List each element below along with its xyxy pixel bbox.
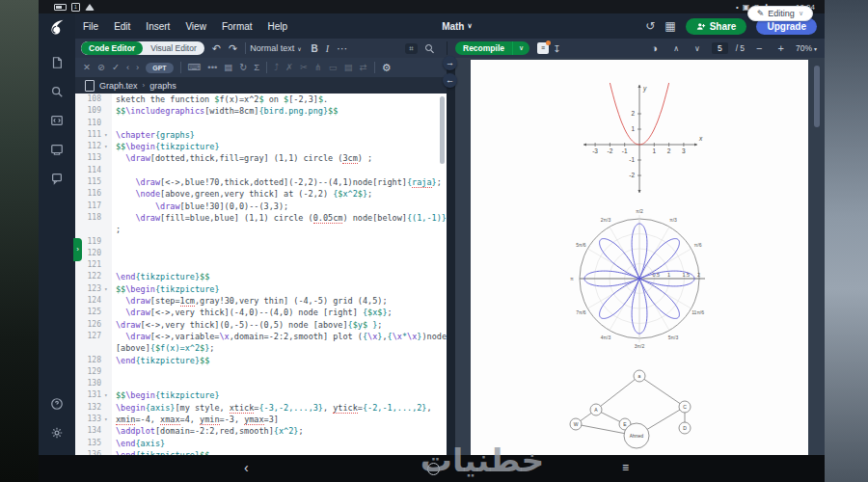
fold-arrow-icon[interactable]: ▾ bbox=[104, 141, 112, 152]
more-options-button[interactable]: ⋯ bbox=[337, 42, 347, 55]
search-icon[interactable] bbox=[425, 44, 433, 52]
check-icon[interactable]: ✓ bbox=[112, 63, 120, 72]
code-line[interactable]: 126\draw[<->,very thick](0,-5)--(0,5) no… bbox=[75, 319, 447, 331]
code-line[interactable]: 113 \draw[dotted,thick,fill=gray] (1,1) … bbox=[75, 152, 447, 164]
pdf-scrollbar[interactable] bbox=[814, 66, 820, 127]
breadcrumb-section[interactable]: graphs bbox=[149, 81, 176, 91]
recents-button[interactable]: ≡ bbox=[622, 461, 629, 474]
menu-edit[interactable]: Edit bbox=[114, 21, 130, 32]
recompile-button[interactable]: Recompile ∨ bbox=[455, 41, 529, 55]
clipboard-icon[interactable]: ▭ bbox=[329, 63, 338, 72]
document-icon[interactable]: ▤ bbox=[224, 63, 232, 72]
fold-arrow-icon[interactable]: ▾ bbox=[104, 389, 112, 401]
code-editor[interactable]: 108sketch the function $f(x)=x^2$ on $[-… bbox=[75, 94, 447, 455]
swap-icon[interactable]: ⇄ bbox=[360, 63, 367, 72]
menu-format[interactable]: Format bbox=[222, 21, 253, 32]
fold-arrow-icon[interactable]: ▾ bbox=[104, 129, 112, 141]
history-icon[interactable]: ↺ bbox=[645, 19, 655, 33]
symbol-palette-icon[interactable]: ⌗ bbox=[405, 43, 418, 54]
paragraph-style-dropdown[interactable]: Normal text ∨ bbox=[250, 43, 301, 53]
page-down-icon[interactable]: ∨ bbox=[694, 44, 700, 53]
share-button[interactable]: Share bbox=[686, 18, 747, 35]
sigma-icon[interactable]: Σ bbox=[254, 63, 259, 72]
editor-scrollbar[interactable] bbox=[440, 96, 445, 164]
menu-file[interactable]: File bbox=[83, 21, 98, 32]
search-icon[interactable] bbox=[47, 82, 67, 101]
page-number-input[interactable]: 5 bbox=[712, 42, 728, 54]
expand-left-button[interactable]: ← bbox=[443, 73, 457, 88]
code-line[interactable]: 110 bbox=[75, 118, 447, 129]
download-pdf-icon[interactable]: ↧ bbox=[553, 43, 560, 54]
strike-icon[interactable]: ✗ bbox=[285, 63, 293, 72]
code-line[interactable]: 133▾xmin=-4, xmax=4, ymin=-3, ymax=3] bbox=[75, 414, 447, 425]
code-line[interactable]: 111▾\chapter{graphs} bbox=[75, 129, 447, 141]
close-icon[interactable]: ✕ bbox=[83, 63, 91, 72]
visual-editor-tab[interactable]: Visual Editor bbox=[143, 41, 204, 55]
code-line[interactable]: 131▾$$\begin{tikzpicture} bbox=[75, 389, 447, 401]
code-line[interactable]: 108sketch the function $f(x)=x^2$ on $[-… bbox=[75, 94, 447, 105]
code-line[interactable]: 129 bbox=[75, 366, 447, 378]
dots-icon[interactable]: ••• bbox=[207, 63, 217, 72]
math-dropdown[interactable]: Math ∨ bbox=[442, 21, 472, 32]
italic-button[interactable]: I bbox=[326, 43, 329, 54]
menu-insert[interactable]: Insert bbox=[146, 21, 170, 32]
expand-right-button[interactable]: → bbox=[443, 56, 457, 70]
settings-gear-icon[interactable] bbox=[47, 423, 67, 442]
code-line[interactable]: 114 bbox=[75, 165, 447, 176]
code-line[interactable]: 130 bbox=[75, 378, 447, 389]
zoom-out-icon[interactable]: − bbox=[756, 42, 762, 54]
code-line[interactable]: 125 \draw[<->,very thick](-4,0)--(4,0) n… bbox=[75, 307, 447, 318]
indent-icon[interactable]: ⤴ bbox=[274, 63, 279, 72]
code-line[interactable]: 134\addplot[domain=-2:2,red,smooth]{x^2}… bbox=[75, 425, 447, 437]
layout-icon[interactable]: ▦ bbox=[665, 19, 675, 33]
redo-icon[interactable]: ↷ bbox=[229, 42, 237, 55]
code-block-icon[interactable] bbox=[47, 111, 67, 130]
code-line[interactable]: 121 bbox=[75, 259, 447, 271]
menu-help[interactable]: Help bbox=[268, 21, 288, 32]
settings-icon[interactable]: ⚙ bbox=[382, 63, 392, 73]
undo-icon[interactable]: ↶ bbox=[212, 42, 221, 55]
fold-arrow-icon[interactable]: ▾ bbox=[104, 283, 112, 295]
code-line[interactable]: 127 \draw[<->,variable=\x,domain=-2:2,sm… bbox=[75, 331, 447, 355]
zoom-level-dropdown[interactable]: 70% ▾ bbox=[796, 43, 817, 53]
cut-icon[interactable]: ✂ bbox=[300, 63, 308, 72]
refresh-icon[interactable]: ↻ bbox=[239, 63, 247, 72]
help-icon[interactable] bbox=[47, 394, 67, 414]
code-line[interactable]: 119 bbox=[75, 236, 447, 248]
chat-icon[interactable] bbox=[47, 169, 67, 188]
next-icon[interactable]: › bbox=[136, 63, 139, 72]
file-icon[interactable]: ▤ bbox=[344, 63, 353, 72]
back-button[interactable]: ‹ bbox=[244, 460, 249, 475]
review-panel-icon[interactable] bbox=[47, 140, 67, 159]
zoom-in-icon[interactable]: + bbox=[778, 42, 784, 54]
editing-mode-button[interactable]: ✎ Editing ∨ bbox=[747, 6, 813, 21]
code-line[interactable]: 118 \draw[fill=blue,blue] (1,1) circle (… bbox=[75, 212, 447, 236]
menu-view[interactable]: View bbox=[185, 21, 206, 32]
robot-icon[interactable]: ⌨ bbox=[188, 63, 202, 72]
logs-icon[interactable]: ≡ bbox=[537, 42, 549, 54]
block-icon[interactable]: ⊘ bbox=[97, 63, 105, 72]
code-line[interactable]: 115 \draw[<->,blue!70,thick,dotted](-2,2… bbox=[75, 176, 447, 188]
prev-icon[interactable]: ‹ bbox=[126, 63, 129, 72]
page-up-icon[interactable]: ∧ bbox=[673, 44, 679, 53]
code-line[interactable]: 117 \draw[blue!30](0,0)--(3,3); bbox=[75, 201, 447, 212]
recompile-dropdown[interactable]: ∨ bbox=[512, 41, 529, 55]
contrast-icon[interactable]: ◑ bbox=[652, 42, 659, 54]
code-line[interactable]: 123▾$$\begin{tikzpicture} bbox=[75, 283, 447, 295]
code-line[interactable]: 112▾$$\begin{tikzpicture} bbox=[75, 141, 447, 152]
panel-divider[interactable] bbox=[447, 58, 455, 455]
fold-arrow-icon[interactable]: ▾ bbox=[104, 414, 112, 425]
file-outline-icon[interactable] bbox=[47, 53, 67, 72]
branch-icon[interactable]: ⋔ bbox=[314, 63, 322, 72]
code-line[interactable]: 116 \node[above,green,very thick] at (-2… bbox=[75, 188, 447, 200]
gpt-badge[interactable]: GPT bbox=[146, 63, 173, 73]
code-line[interactable]: 109$$\includegraphics[width=8cm]{bird.pn… bbox=[75, 105, 447, 117]
code-editor-tab[interactable]: Code Editor bbox=[81, 41, 143, 55]
code-line[interactable]: 132\begin{axis}[my style, xtick={-3,-2,.… bbox=[75, 402, 447, 414]
code-line[interactable]: 120 bbox=[75, 248, 447, 259]
breadcrumb-file[interactable]: Graph.tex bbox=[99, 81, 138, 91]
code-line[interactable]: 122\end{tikzpicture}$$ bbox=[75, 271, 447, 282]
code-line[interactable]: 124 \draw[step=1cm,gray!30,very thin] (-… bbox=[75, 295, 447, 307]
file-tree-expander[interactable]: › bbox=[73, 238, 82, 261]
bold-button[interactable]: B bbox=[312, 43, 318, 54]
